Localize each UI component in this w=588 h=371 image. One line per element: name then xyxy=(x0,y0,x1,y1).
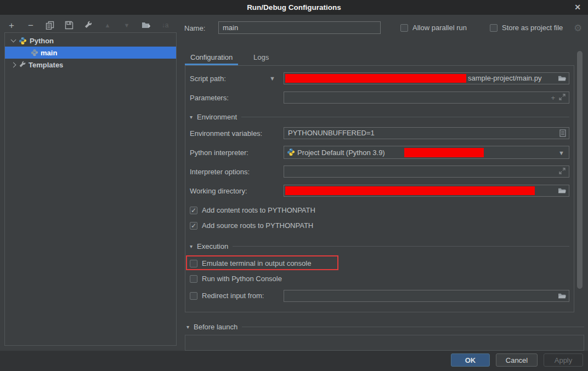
python-interpreter-combobox[interactable]: Project Default (Python 3.9) ▼ xyxy=(284,146,569,159)
script-path-value: sample-project/main.py xyxy=(468,74,541,82)
environment-section-label: Environment xyxy=(197,113,237,121)
add-configuration-icon[interactable]: + xyxy=(7,20,16,30)
redaction-block xyxy=(285,74,466,83)
tree-item-main[interactable]: main xyxy=(5,47,176,59)
cancel-button[interactable]: Cancel xyxy=(496,353,538,367)
collapse-triangle-icon: ▾ xyxy=(190,114,193,120)
checkbox-icon xyxy=(190,260,197,267)
copy-configuration-icon[interactable] xyxy=(45,20,55,30)
redaction-block xyxy=(285,186,535,195)
run-debug-configurations-dialog: Run/Debug Configurations ✕ + − ▲ ▼ ↓a Py… xyxy=(0,0,588,371)
add-source-roots-checkbox[interactable]: ✓ Add source roots to PYTHONPATH xyxy=(190,221,313,230)
parameters-field[interactable]: + xyxy=(284,92,569,104)
tree-item-templates[interactable]: Templates xyxy=(5,59,176,71)
close-icon[interactable]: ✕ xyxy=(572,2,583,13)
wrench-icon xyxy=(18,60,27,69)
collapse-triangle-icon: ▾ xyxy=(186,324,189,330)
checkbox-checked-icon: ✓ xyxy=(190,222,197,230)
add-source-roots-label: Add source roots to PYTHONPATH xyxy=(202,221,313,230)
environment-variables-field[interactable]: PYTHONUNBUFFERED=1 xyxy=(284,127,569,139)
environment-variables-value: PYTHONUNBUFFERED=1 xyxy=(288,129,375,137)
before-launch-task-list[interactable] xyxy=(185,335,584,351)
store-as-project-file-label: Store as project file xyxy=(502,24,563,32)
python-config-icon xyxy=(30,48,39,57)
redaction-block xyxy=(404,148,484,157)
tab-configuration[interactable]: Configuration xyxy=(190,53,233,61)
browse-folder-icon[interactable] xyxy=(558,292,567,301)
tab-logs[interactable]: Logs xyxy=(253,53,269,61)
sort-alphabetically-icon[interactable]: ↓a xyxy=(160,20,170,30)
apply-button[interactable]: Apply xyxy=(544,353,583,367)
redirect-input-label: Redirect input from: xyxy=(202,292,264,300)
interpreter-options-label: Interpreter options: xyxy=(190,168,250,176)
chevron-down-icon[interactable] xyxy=(11,37,16,43)
move-up-icon[interactable]: ▲ xyxy=(103,20,112,30)
script-path-dropdown-icon[interactable]: ▼ xyxy=(269,75,275,82)
edit-templates-wrench-icon[interactable] xyxy=(83,20,93,30)
titlebar: Run/Debug Configurations xyxy=(0,0,588,15)
insert-macro-plus-icon[interactable]: + xyxy=(551,94,555,102)
python-logo-icon xyxy=(18,36,27,45)
section-divider xyxy=(242,327,584,327)
script-path-label: Script path: xyxy=(190,75,226,83)
tree-item-label: Python xyxy=(30,37,54,45)
configurations-toolbar: + − ▲ ▼ ↓a xyxy=(7,19,170,32)
name-label: Name: xyxy=(184,24,205,32)
execution-section-header[interactable]: ▾ Execution xyxy=(190,242,569,250)
checkbox-icon xyxy=(190,275,197,283)
store-as-project-file-checkbox[interactable]: Store as project file xyxy=(490,24,563,32)
remove-configuration-icon[interactable]: − xyxy=(26,20,36,30)
before-launch-section-header[interactable]: ▾ Before launch xyxy=(186,323,584,331)
allow-parallel-run-checkbox[interactable]: Allow parallel run xyxy=(400,24,467,32)
run-with-python-console-checkbox[interactable]: Run with Python Console xyxy=(190,275,282,283)
emulate-terminal-label: Emulate terminal in output console xyxy=(202,259,311,267)
browse-folder-icon[interactable] xyxy=(558,74,567,84)
environment-variables-label: Environment variables: xyxy=(190,129,262,138)
ok-button[interactable]: OK xyxy=(451,353,490,367)
section-divider xyxy=(241,117,569,117)
tree-item-python[interactable]: Python xyxy=(5,35,176,47)
expand-field-icon[interactable] xyxy=(559,94,566,102)
tree-item-label: Templates xyxy=(29,61,63,69)
tree-item-label: main xyxy=(41,49,57,57)
redirect-input-field[interactable] xyxy=(284,290,569,302)
save-configuration-icon[interactable] xyxy=(64,20,74,30)
checkbox-icon xyxy=(400,24,408,32)
vertical-scrollbar[interactable] xyxy=(577,51,583,289)
configurations-tree: Python main Templates xyxy=(4,32,177,346)
parameters-label: Parameters: xyxy=(190,94,229,102)
emulate-terminal-checkbox[interactable]: Emulate terminal in output console xyxy=(190,259,311,267)
checkbox-checked-icon: ✓ xyxy=(190,207,197,214)
expand-field-icon[interactable] xyxy=(559,168,566,176)
allow-parallel-run-label: Allow parallel run xyxy=(412,24,467,32)
chevron-right-icon[interactable] xyxy=(11,62,16,67)
section-divider xyxy=(233,246,569,247)
checkbox-icon xyxy=(490,24,497,32)
run-with-python-console-label: Run with Python Console xyxy=(202,275,282,283)
python-logo-icon xyxy=(287,148,295,158)
interpreter-options-field[interactable] xyxy=(284,165,569,178)
checkbox-icon xyxy=(190,292,197,300)
add-content-roots-checkbox[interactable]: ✓ Add content roots to PYTHONPATH xyxy=(190,206,315,214)
gear-icon[interactable]: ⚙ xyxy=(574,22,582,34)
move-down-icon[interactable]: ▼ xyxy=(122,20,132,30)
redirect-input-checkbox[interactable]: Redirect input from: xyxy=(190,292,264,300)
edit-variables-icon[interactable] xyxy=(559,129,566,139)
script-path-field[interactable]: sample-project/main.py xyxy=(284,72,569,84)
working-directory-field[interactable] xyxy=(284,185,569,197)
chevron-down-icon[interactable]: ▼ xyxy=(558,150,564,156)
browse-folder-icon[interactable] xyxy=(558,186,567,196)
footer-bar: OK Cancel Apply xyxy=(0,351,588,371)
environment-section-header[interactable]: ▾ Environment xyxy=(190,113,569,121)
add-content-roots-label: Add content roots to PYTHONPATH xyxy=(202,206,315,214)
before-launch-section-label: Before launch xyxy=(194,323,238,331)
python-interpreter-value: Project Default (Python 3.9) xyxy=(297,149,385,157)
python-interpreter-label: Python interpreter: xyxy=(190,149,248,157)
collapse-triangle-icon: ▾ xyxy=(190,243,193,249)
dialog-title: Run/Debug Configurations xyxy=(247,3,341,12)
working-directory-label: Working directory: xyxy=(190,187,247,195)
name-input[interactable] xyxy=(218,21,381,34)
new-folder-icon[interactable] xyxy=(141,20,151,30)
execution-section-label: Execution xyxy=(197,242,228,250)
